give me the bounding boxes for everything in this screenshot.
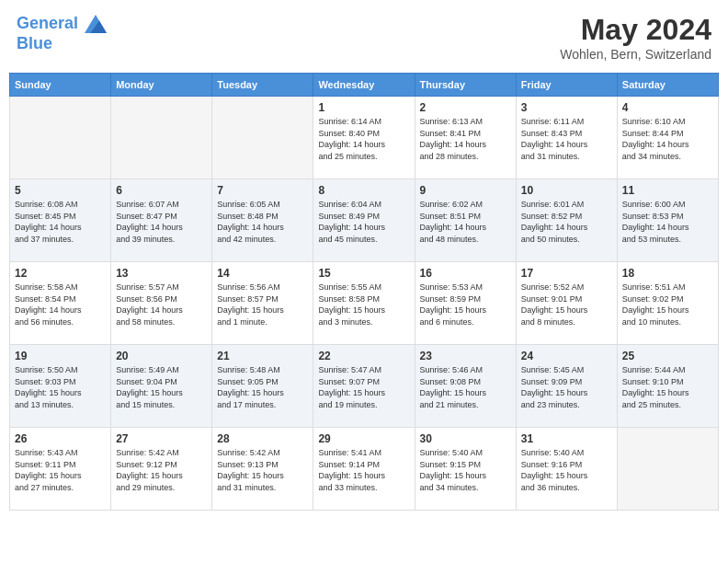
day-number: 10: [521, 184, 612, 197]
day-number: 14: [217, 267, 308, 280]
day-number: 26: [15, 432, 106, 445]
day-info: Sunrise: 5:49 AM Sunset: 9:04 PM Dayligh…: [116, 364, 207, 410]
day-info: Sunrise: 5:51 AM Sunset: 9:02 PM Dayligh…: [622, 282, 713, 327]
weekday-header-tuesday: Tuesday: [212, 74, 313, 97]
calendar-cell: 24Sunrise: 5:45 AM Sunset: 9:09 PM Dayli…: [516, 345, 617, 428]
day-number: 3: [521, 101, 612, 114]
calendar-cell: 20Sunrise: 5:49 AM Sunset: 9:04 PM Dayli…: [111, 345, 212, 428]
day-number: 28: [217, 432, 308, 445]
calendar-cell: 2Sunrise: 6:13 AM Sunset: 8:41 PM Daylig…: [415, 97, 516, 179]
day-number: 24: [521, 350, 612, 362]
day-info: Sunrise: 6:01 AM Sunset: 8:52 PM Dayligh…: [521, 199, 612, 245]
day-info: Sunrise: 5:57 AM Sunset: 8:56 PM Dayligh…: [116, 282, 207, 327]
day-number: 4: [622, 101, 713, 114]
day-number: 19: [15, 350, 106, 362]
day-info: Sunrise: 6:00 AM Sunset: 8:53 PM Dayligh…: [622, 199, 713, 245]
day-info: Sunrise: 5:44 AM Sunset: 9:10 PM Dayligh…: [622, 364, 713, 410]
day-number: 21: [217, 350, 308, 362]
calendar-cell: 26Sunrise: 5:43 AM Sunset: 9:11 PM Dayli…: [10, 428, 111, 511]
title-block: May 2024 Wohlen, Bern, Switzerland: [560, 13, 711, 62]
weekday-header-row: SundayMondayTuesdayWednesdayThursdayFrid…: [10, 74, 719, 97]
day-info: Sunrise: 5:55 AM Sunset: 8:58 PM Dayligh…: [318, 282, 409, 327]
calendar-cell: 12Sunrise: 5:58 AM Sunset: 8:54 PM Dayli…: [10, 262, 111, 345]
calendar-cell: 4Sunrise: 6:10 AM Sunset: 8:44 PM Daylig…: [617, 97, 718, 179]
calendar-cell: 31Sunrise: 5:40 AM Sunset: 9:16 PM Dayli…: [516, 428, 617, 511]
day-number: 27: [116, 432, 207, 445]
day-info: Sunrise: 5:40 AM Sunset: 9:16 PM Dayligh…: [521, 447, 612, 493]
day-info: Sunrise: 5:58 AM Sunset: 8:54 PM Dayligh…: [15, 282, 106, 327]
calendar-cell: 15Sunrise: 5:55 AM Sunset: 8:58 PM Dayli…: [313, 262, 415, 345]
calendar-cell: 17Sunrise: 5:52 AM Sunset: 9:01 PM Dayli…: [516, 262, 617, 345]
logo-text: General: [17, 13, 107, 35]
day-number: 16: [420, 267, 511, 280]
calendar-cell: 10Sunrise: 6:01 AM Sunset: 8:52 PM Dayli…: [516, 179, 617, 262]
day-info: Sunrise: 5:46 AM Sunset: 9:08 PM Dayligh…: [420, 364, 511, 410]
week-row-3: 19Sunrise: 5:50 AM Sunset: 9:03 PM Dayli…: [10, 345, 719, 428]
day-number: 8: [318, 184, 409, 197]
calendar-cell: [617, 428, 718, 511]
week-row-4: 26Sunrise: 5:43 AM Sunset: 9:11 PM Dayli…: [10, 428, 719, 511]
day-number: 17: [521, 267, 612, 280]
calendar-cell: 16Sunrise: 5:53 AM Sunset: 8:59 PM Dayli…: [415, 262, 516, 345]
weekday-header-thursday: Thursday: [415, 74, 516, 97]
week-row-1: 5Sunrise: 6:08 AM Sunset: 8:45 PM Daylig…: [10, 179, 719, 262]
calendar-cell: 27Sunrise: 5:42 AM Sunset: 9:12 PM Dayli…: [111, 428, 212, 511]
day-number: 18: [622, 267, 713, 280]
day-number: 13: [116, 267, 207, 280]
calendar-cell: 18Sunrise: 5:51 AM Sunset: 9:02 PM Dayli…: [617, 262, 718, 345]
day-info: Sunrise: 6:05 AM Sunset: 8:48 PM Dayligh…: [217, 199, 308, 245]
calendar-cell: 6Sunrise: 6:07 AM Sunset: 8:47 PM Daylig…: [111, 179, 212, 262]
day-info: Sunrise: 5:42 AM Sunset: 9:13 PM Dayligh…: [217, 447, 308, 493]
day-number: 30: [420, 432, 511, 445]
weekday-header-saturday: Saturday: [617, 74, 718, 97]
day-number: 5: [15, 184, 106, 197]
day-info: Sunrise: 5:52 AM Sunset: 9:01 PM Dayligh…: [521, 282, 612, 327]
day-info: Sunrise: 6:14 AM Sunset: 8:40 PM Dayligh…: [318, 116, 409, 162]
calendar-cell: 7Sunrise: 6:05 AM Sunset: 8:48 PM Daylig…: [212, 179, 313, 262]
day-info: Sunrise: 6:10 AM Sunset: 8:44 PM Dayligh…: [622, 116, 713, 162]
calendar-cell: 1Sunrise: 6:14 AM Sunset: 8:40 PM Daylig…: [313, 97, 415, 179]
day-info: Sunrise: 5:43 AM Sunset: 9:11 PM Dayligh…: [15, 447, 106, 493]
day-number: 20: [116, 350, 207, 362]
day-number: 12: [15, 267, 106, 280]
calendar-cell: [212, 97, 313, 179]
logo: General Blue: [17, 13, 107, 53]
calendar-table: SundayMondayTuesdayWednesdayThursdayFrid…: [9, 73, 719, 511]
day-info: Sunrise: 6:11 AM Sunset: 8:43 PM Dayligh…: [521, 116, 612, 162]
weekday-header-friday: Friday: [516, 74, 617, 97]
calendar-cell: 29Sunrise: 5:41 AM Sunset: 9:14 PM Dayli…: [313, 428, 415, 511]
calendar-cell: 25Sunrise: 5:44 AM Sunset: 9:10 PM Dayli…: [617, 345, 718, 428]
day-info: Sunrise: 6:07 AM Sunset: 8:47 PM Dayligh…: [116, 199, 207, 245]
calendar-cell: 30Sunrise: 5:40 AM Sunset: 9:15 PM Dayli…: [415, 428, 516, 511]
logo-blue: Blue: [17, 35, 107, 53]
day-info: Sunrise: 6:13 AM Sunset: 8:41 PM Dayligh…: [420, 116, 511, 162]
day-info: Sunrise: 5:50 AM Sunset: 9:03 PM Dayligh…: [15, 364, 106, 410]
day-info: Sunrise: 5:42 AM Sunset: 9:12 PM Dayligh…: [116, 447, 207, 493]
calendar-cell: 19Sunrise: 5:50 AM Sunset: 9:03 PM Dayli…: [10, 345, 111, 428]
calendar-cell: [10, 97, 111, 179]
day-number: 22: [318, 350, 409, 362]
day-info: Sunrise: 6:04 AM Sunset: 8:49 PM Dayligh…: [318, 199, 409, 245]
page-header: General Blue May 2024 Wohlen, Bern, Swit…: [9, 9, 719, 65]
day-number: 29: [318, 432, 409, 445]
day-info: Sunrise: 5:40 AM Sunset: 9:15 PM Dayligh…: [420, 447, 511, 493]
day-number: 11: [622, 184, 713, 197]
day-info: Sunrise: 6:02 AM Sunset: 8:51 PM Dayligh…: [420, 199, 511, 245]
weekday-header-wednesday: Wednesday: [313, 74, 415, 97]
location-subtitle: Wohlen, Bern, Switzerland: [560, 47, 711, 62]
calendar-cell: 21Sunrise: 5:48 AM Sunset: 9:05 PM Dayli…: [212, 345, 313, 428]
day-info: Sunrise: 6:08 AM Sunset: 8:45 PM Dayligh…: [15, 199, 106, 245]
day-number: 6: [116, 184, 207, 197]
calendar-cell: 3Sunrise: 6:11 AM Sunset: 8:43 PM Daylig…: [516, 97, 617, 179]
calendar-cell: 8Sunrise: 6:04 AM Sunset: 8:49 PM Daylig…: [313, 179, 415, 262]
day-number: 25: [622, 350, 713, 362]
calendar-cell: 14Sunrise: 5:56 AM Sunset: 8:57 PM Dayli…: [212, 262, 313, 345]
weekday-header-sunday: Sunday: [10, 74, 111, 97]
calendar-cell: 11Sunrise: 6:00 AM Sunset: 8:53 PM Dayli…: [617, 179, 718, 262]
day-number: 7: [217, 184, 308, 197]
calendar-cell: 9Sunrise: 6:02 AM Sunset: 8:51 PM Daylig…: [415, 179, 516, 262]
day-info: Sunrise: 5:48 AM Sunset: 9:05 PM Dayligh…: [217, 364, 308, 410]
calendar-cell: 23Sunrise: 5:46 AM Sunset: 9:08 PM Dayli…: [415, 345, 516, 428]
day-number: 23: [420, 350, 511, 362]
calendar-cell: 13Sunrise: 5:57 AM Sunset: 8:56 PM Dayli…: [111, 262, 212, 345]
